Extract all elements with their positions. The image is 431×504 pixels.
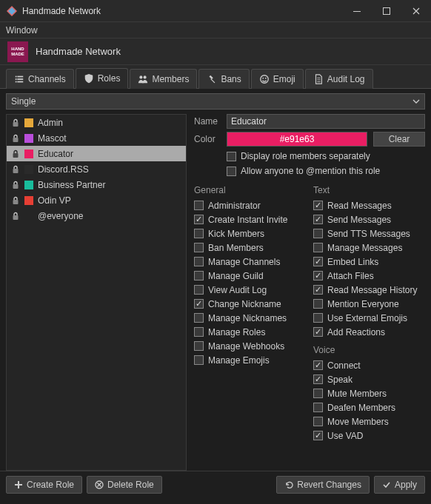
clear-color-button[interactable]: Clear [373, 132, 425, 147]
perm-row: Manage Webhooks [194, 339, 306, 353]
role-name-input[interactable] [227, 114, 425, 129]
role-row[interactable]: Discord.RSS [7, 161, 186, 177]
close-button[interactable] [401, 0, 431, 22]
role-color-box[interactable]: #e91e63 [227, 132, 367, 147]
guild-header: HAND MADE Handmade Network [0, 38, 431, 65]
lock-icon [11, 118, 20, 127]
perm-row: Read Messages [313, 198, 425, 212]
perm-row: Connect [313, 358, 425, 372]
perm-checkbox[interactable] [194, 299, 204, 309]
perm-checkbox[interactable] [194, 271, 204, 280]
svg-rect-19 [13, 184, 19, 189]
perm-checkbox[interactable] [313, 431, 323, 440]
allow-mention-checkbox[interactable] [227, 167, 236, 176]
perm-label: Manage Roles [208, 327, 265, 337]
perm-label: Manage Guild [208, 271, 264, 281]
guild-name: Handmade Network [36, 46, 121, 57]
tab-bans[interactable]: Bans [198, 69, 249, 89]
tab-label: Bans [221, 74, 241, 84]
tab-emoji[interactable]: Emoji [251, 69, 304, 89]
perm-checkbox[interactable] [313, 271, 323, 280]
perm-checkbox[interactable] [194, 285, 204, 295]
role-color-swatch [24, 181, 33, 189]
perm-checkbox[interactable] [313, 243, 323, 252]
apply-button[interactable]: Apply [374, 476, 425, 494]
perm-checkbox[interactable] [313, 313, 323, 323]
app-icon [6, 5, 18, 17]
perm-checkbox[interactable] [313, 257, 323, 266]
role-row[interactable]: @everyone [7, 208, 186, 224]
check-icon [382, 480, 391, 489]
perm-checkbox[interactable] [194, 313, 204, 323]
perm-checkbox[interactable] [313, 403, 323, 412]
perm-row: Manage Emojis [194, 353, 306, 367]
undo-icon [284, 480, 293, 489]
tab-roles[interactable]: Roles [76, 68, 129, 89]
role-name: Educator [38, 149, 73, 159]
footer: Create Role Delete Role Revert Changes A… [0, 471, 431, 497]
perm-label: Manage Channels [208, 257, 280, 267]
perm-checkbox[interactable] [313, 360, 323, 370]
role-row[interactable]: Educator [7, 146, 186, 161]
lock-icon [11, 181, 20, 189]
perm-checkbox[interactable] [313, 389, 323, 398]
perm-checkbox[interactable] [313, 417, 323, 426]
svg-rect-3 [384, 7, 390, 14]
tab-channels[interactable]: Channels [6, 69, 74, 89]
perm-label: Connect [327, 360, 361, 371]
perm-checkbox[interactable] [194, 215, 204, 224]
role-name: Discord.RSS [38, 164, 89, 175]
revert-button[interactable]: Revert Changes [276, 476, 370, 494]
perm-checkbox[interactable] [194, 257, 204, 266]
role-name: Mascot [38, 133, 67, 144]
color-label: Color [194, 134, 221, 144]
delete-role-button[interactable]: Delete Role [87, 476, 162, 494]
perm-label: Send Messages [327, 215, 391, 225]
tab-label: Emoji [273, 74, 295, 84]
perm-row: Manage Nicknames [194, 311, 306, 325]
display-separately-checkbox[interactable] [227, 152, 236, 161]
role-row[interactable]: Odin VP [7, 192, 186, 208]
role-mode-selector[interactable]: Single [6, 93, 425, 110]
perm-checkbox[interactable] [194, 243, 204, 252]
role-row[interactable]: Mascot [7, 130, 186, 146]
tab-members[interactable]: Members [130, 69, 197, 89]
perm-checkbox[interactable] [194, 229, 204, 238]
roles-list-panel: AdminMascotEducatorDiscord.RSSBusiness P… [6, 114, 187, 471]
perm-label: Manage Webhooks [208, 341, 284, 352]
tab-audit-log[interactable]: Audit Log [305, 69, 373, 89]
perm-checkbox[interactable] [313, 201, 323, 210]
role-row[interactable]: Business Partner [7, 177, 186, 192]
perm-checkbox[interactable] [313, 299, 323, 309]
svg-point-11 [144, 75, 147, 78]
role-color-swatch [24, 196, 33, 205]
perm-row: Mention Everyone [313, 297, 425, 311]
lock-icon [11, 165, 20, 174]
perm-label: Move Members [327, 417, 389, 427]
maximize-button[interactable] [372, 0, 401, 22]
perm-checkbox[interactable] [194, 341, 204, 351]
perm-checkbox[interactable] [194, 355, 204, 365]
perm-checkbox[interactable] [194, 327, 204, 337]
perm-label: Create Instant Invite [208, 215, 287, 225]
perm-row: View Audit Log [194, 283, 306, 297]
perm-checkbox[interactable] [194, 201, 204, 210]
perm-checkbox[interactable] [313, 374, 323, 384]
perm-row: Send Messages [313, 212, 425, 226]
role-row[interactable]: Admin [7, 115, 186, 130]
perm-checkbox[interactable] [313, 327, 323, 337]
perm-row: Speak [313, 372, 425, 386]
svg-rect-21 [13, 215, 19, 220]
svg-rect-6 [16, 78, 17, 80]
create-role-button[interactable]: Create Role [6, 476, 82, 494]
svg-rect-2 [353, 11, 361, 12]
perm-checkbox[interactable] [313, 285, 323, 295]
minimize-button[interactable] [342, 0, 372, 22]
role-name: @everyone [38, 211, 84, 221]
menubar: Window [0, 22, 431, 38]
tab-label: Channels [28, 74, 66, 84]
perm-checkbox[interactable] [313, 215, 323, 224]
menu-window[interactable]: Window [6, 25, 38, 36]
delete-icon [95, 480, 104, 489]
perm-checkbox[interactable] [313, 229, 323, 238]
